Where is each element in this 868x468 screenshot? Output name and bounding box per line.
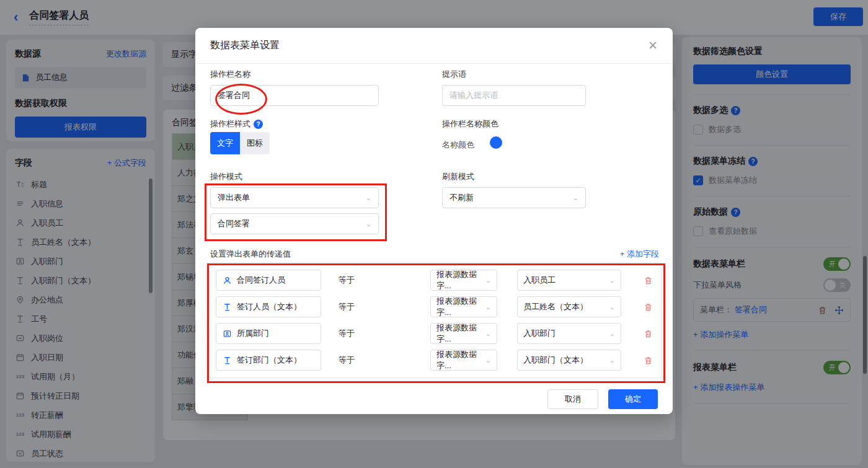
source-select-value: 报表源数据字...: [436, 296, 485, 318]
action-style-label: 操作栏样式?: [210, 118, 263, 130]
trash-icon[interactable]: [644, 302, 653, 312]
value-select-value: 入职部门（文本）: [523, 355, 588, 366]
table-menu-settings-dialog: 数据表菜单设置 ✕ 操作栏名称 签署合同 提示语 请输入提示语 操作栏样式? 文…: [195, 28, 673, 414]
tip-placeholder: 请输入提示语: [450, 90, 498, 101]
color-swatch[interactable]: [490, 136, 502, 149]
name-color-label: 名称颜色: [442, 139, 474, 151]
user-icon: [223, 276, 232, 285]
chevron-down-icon: ⌄: [609, 356, 615, 364]
source-select[interactable]: 报表源数据字...⌄: [430, 270, 497, 291]
pass-field-input[interactable]: 签订部门（文本）: [216, 350, 321, 371]
chevron-down-icon: ⌄: [485, 356, 491, 364]
value-select-value: 入职部门: [523, 328, 556, 339]
confirm-button[interactable]: 确定: [608, 389, 658, 409]
chevron-down-icon: ⌄: [485, 303, 491, 311]
dialog-title: 数据表菜单设置: [210, 39, 280, 52]
chevron-down-icon: ⌄: [609, 330, 615, 338]
pass-field-input[interactable]: 所属部门: [216, 323, 321, 344]
text-icon: [223, 302, 232, 312]
tip-label: 提示语: [442, 69, 466, 80]
action-mode-value: 弹出表单: [218, 192, 250, 203]
pass-field-label: 签订人员（文本）: [237, 301, 301, 312]
help-icon[interactable]: ?: [254, 120, 263, 129]
pass-value-row: 签订人员（文本）等于报表源数据字...⌄员工姓名（文本）⌄: [216, 296, 661, 317]
value-select-value: 员工姓名（文本）: [523, 301, 588, 312]
action-mode-select[interactable]: 弹出表单⌄: [210, 187, 379, 208]
trash-icon[interactable]: [644, 276, 653, 285]
source-select[interactable]: 报表源数据字...⌄: [430, 350, 497, 371]
pass-field-input[interactable]: 合同签订人员: [216, 270, 321, 291]
trash-icon[interactable]: [644, 356, 653, 365]
pass-field-label: 所属部门: [237, 328, 269, 339]
tab-icon[interactable]: 图标: [240, 132, 270, 154]
value-select-value: 入职员工: [523, 275, 556, 286]
pass-value-row: 所属部门等于报表源数据字...⌄入职部门⌄: [216, 323, 661, 344]
pass-value-row: 合同签订人员等于报表源数据字...⌄入职员工⌄: [216, 270, 661, 291]
action-mode-label: 操作模式: [210, 171, 242, 182]
refresh-mode-label: 刷新模式: [442, 171, 474, 182]
operator-label: 等于: [339, 275, 356, 286]
operator-label: 等于: [339, 355, 356, 366]
cancel-button[interactable]: 取消: [547, 389, 598, 409]
chevron-down-icon: ⌄: [609, 276, 615, 285]
pass-values-label: 设置弹出表单的传递值: [210, 249, 291, 260]
source-select-value: 报表源数据字...: [436, 269, 485, 291]
name-color-section-label: 操作栏名称颜色: [442, 118, 498, 130]
tab-text[interactable]: 文字: [210, 132, 240, 154]
form-select-value: 合同签署: [218, 218, 250, 229]
refresh-mode-select[interactable]: 不刷新⌄: [442, 187, 586, 208]
action-style-tabs: 文字 图标: [210, 132, 270, 154]
value-select[interactable]: 入职员工⌄: [517, 270, 621, 291]
source-select[interactable]: 报表源数据字...⌄: [430, 296, 497, 317]
value-select[interactable]: 入职部门⌄: [517, 323, 621, 344]
operator-label: 等于: [339, 301, 356, 312]
refresh-mode-value: 不刷新: [450, 192, 474, 203]
source-select-value: 报表源数据字...: [436, 322, 485, 345]
trash-icon[interactable]: [644, 329, 653, 338]
text-icon: [223, 356, 232, 365]
add-field-link[interactable]: + 添加字段: [620, 249, 659, 260]
close-icon[interactable]: ✕: [648, 40, 658, 51]
chevron-down-icon: ⌄: [485, 330, 491, 338]
action-name-label: 操作栏名称: [210, 69, 250, 80]
pass-value-row: 签订部门（文本）等于报表源数据字...⌄入职部门（文本）⌄: [216, 350, 661, 371]
dept-icon: [223, 329, 232, 338]
source-select[interactable]: 报表源数据字...⌄: [430, 323, 497, 344]
pass-field-input[interactable]: 签订人员（文本）: [216, 296, 321, 317]
pass-values-container: 合同签订人员等于报表源数据字...⌄入职员工⌄签订人员（文本）等于报表源数据字.…: [208, 262, 662, 378]
source-select-value: 报表源数据字...: [436, 349, 485, 371]
pass-field-label: 签订部门（文本）: [237, 355, 301, 366]
operator-label: 等于: [339, 328, 356, 339]
form-select[interactable]: 合同签署⌄: [210, 213, 379, 234]
value-select[interactable]: 入职部门（文本）⌄: [517, 350, 621, 371]
action-name-input[interactable]: 签署合同: [210, 85, 379, 106]
value-select[interactable]: 员工姓名（文本）⌄: [517, 296, 621, 317]
action-name-value: 签署合同: [218, 90, 250, 101]
tip-input[interactable]: 请输入提示语: [442, 85, 586, 106]
chevron-down-icon: ⌄: [485, 276, 491, 285]
chevron-down-icon: ⌄: [609, 303, 615, 311]
pass-field-label: 合同签订人员: [237, 275, 285, 286]
